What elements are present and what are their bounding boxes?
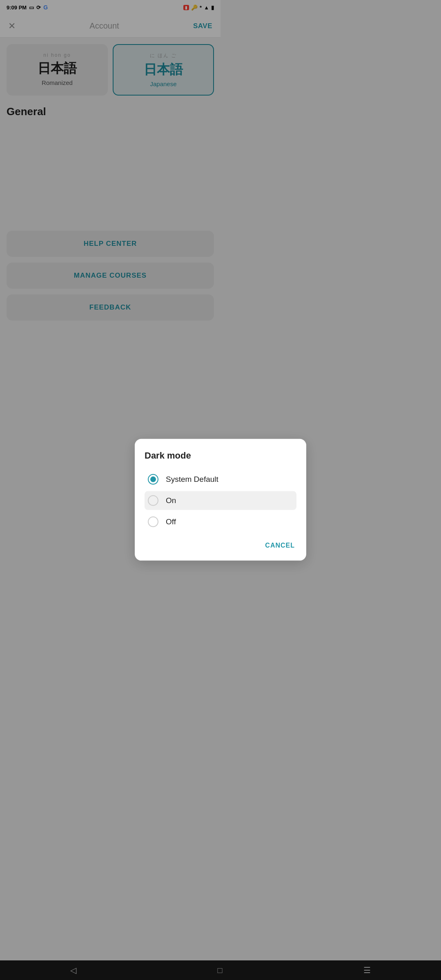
option-system-default[interactable]: System Default [145,470,220,489]
option-system-default-label: System Default [166,475,218,484]
dialog-overlay [0,0,220,490]
radio-system-default[interactable] [148,474,158,485]
dialog-title: Dark mode [145,450,220,461]
radio-inner-system-default [150,477,156,482]
dark-mode-dialog: Dark mode System Default On Off CANCEL [135,439,220,490]
